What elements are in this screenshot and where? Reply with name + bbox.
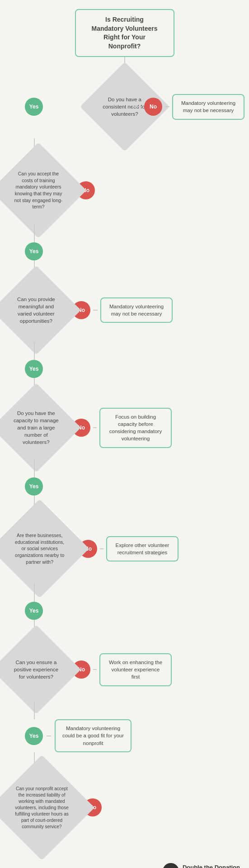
q4-text: Do you have the capacity to manage and t… [9,406,63,449]
no-badge-1: No [144,98,162,116]
vconnector-q6 [34,701,35,719]
title-box: Is Recruiting Mandatory Volunteers Right… [75,9,174,57]
hconnector-q1 [132,106,141,107]
vconnector-q4 [34,459,35,477]
brand-logo: ◕ [163,863,179,868]
brand-text: Double the Donation matching gifts made … [183,864,240,868]
footer: ◕ Double the Donation matching gifts mad… [0,859,249,868]
vconnector-q5 [34,584,35,602]
result-3: Focus on building capacity before consid… [99,408,172,448]
result-5: Work on enhancing the volunteer experien… [99,653,172,686]
yes-badge-6: Yes [25,727,43,745]
yes-badge-3: Yes [25,360,43,378]
flowchart: Is Recruiting Mandatory Volunteers Right… [0,0,249,868]
result-6: Mandatory volunteering could be a good f… [55,719,132,752]
q5-text: Are there businesses, educational instit… [10,528,69,569]
result-1: Mandatory volunteering may not be necess… [172,94,244,119]
yes-badge-5: Yes [25,602,43,620]
q6-text: Can you ensure a positive experience for… [9,655,63,684]
result-2: Mandatory volunteering may not be necess… [100,297,173,323]
q2-text: Can you accept the costs of training man… [9,167,68,214]
vconnector-q2-yes [34,224,35,242]
title-line2: Right for Your Nonprofit? [103,33,146,50]
yes-badge-1: Yes [25,98,43,116]
diamond-q7: Can your nonprofit accept the increased … [0,755,94,860]
title-line1: Is Recruiting Mandatory Volunteers [92,16,158,32]
hconnector-q1b [165,106,169,107]
result-4: Explore other volunteer recruitment stra… [106,536,179,561]
yes-badge-4: Yes [25,477,43,495]
vconnector-q3 [34,342,35,360]
yes-badge-2: Yes [25,242,43,260]
q7-text: Can your nonprofit accept the increased … [10,782,73,833]
q3-text: Can you provide meaningful and varied vo… [9,292,63,328]
